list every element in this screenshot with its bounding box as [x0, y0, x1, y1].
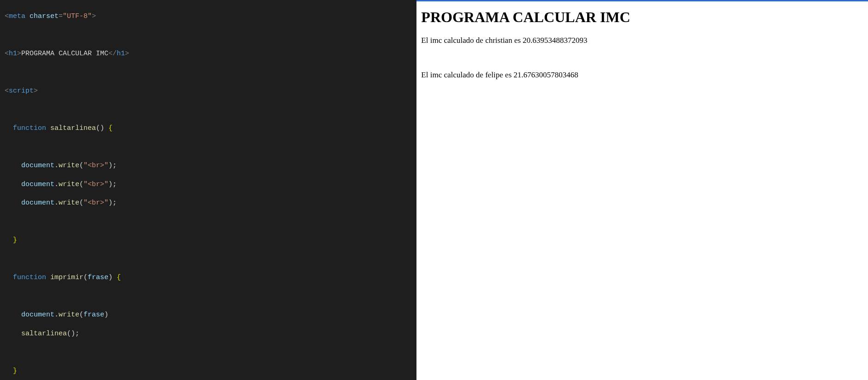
code-line: <h1>PROGRAMA CALCULAR IMC</h1> — [5, 49, 416, 58]
code-line — [5, 105, 416, 115]
code-line: <meta charset="UTF-8"> — [5, 12, 416, 21]
code-line — [5, 217, 416, 227]
code-editor[interactable]: <meta charset="UTF-8"> <h1>PROGRAMA CALC… — [0, 0, 416, 380]
code-line — [5, 292, 416, 301]
code-line: } — [5, 236, 416, 245]
code-line — [5, 143, 416, 152]
code-line: function imprimir(frase) { — [5, 273, 416, 282]
code-line: saltarlinea(); — [5, 329, 416, 339]
code-line — [5, 68, 416, 77]
code-line: document.write(frase) — [5, 310, 416, 320]
output-line: El imc calculado de christian es 20.6395… — [421, 36, 863, 45]
code-line: document.write("<br>"); — [5, 161, 416, 170]
code-line: } — [5, 367, 416, 376]
code-line: function saltarlinea() { — [5, 124, 416, 133]
preview-pane: PROGRAMA CALCULAR IMC El imc calculado d… — [416, 0, 868, 380]
code-line — [5, 31, 416, 40]
code-line: document.write("<br>"); — [5, 180, 416, 189]
code-line: <script> — [5, 87, 416, 96]
code-line: document.write("<br>"); — [5, 199, 416, 208]
code-line — [5, 348, 416, 357]
output-line: El imc calculado de felipe es 21.6763005… — [421, 70, 863, 80]
code-line — [5, 255, 416, 264]
page-title: PROGRAMA CALCULAR IMC — [421, 9, 863, 26]
